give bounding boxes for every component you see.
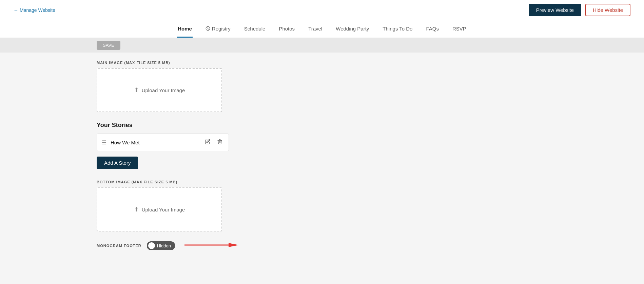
toggle-hidden-label: Hidden [157, 243, 171, 248]
monogram-footer-label: MONOGRAM FOOTER [97, 244, 141, 248]
monogram-footer-section: MONOGRAM FOOTER Hidden [97, 241, 310, 250]
tab-things-to-do[interactable]: Things To Do [382, 20, 413, 38]
tab-faqs[interactable]: FAQs [425, 20, 440, 38]
svg-marker-3 [229, 243, 239, 247]
tab-home[interactable]: Home [177, 20, 193, 38]
story-item: ☰ How We Met [97, 134, 229, 151]
hide-website-button[interactable]: Hide Website [585, 4, 630, 16]
upload-box-inner: ⬆ Upload Your Image [134, 86, 185, 94]
delete-story-button[interactable] [216, 138, 224, 147]
preview-website-button[interactable]: Preview Website [529, 4, 581, 16]
edit-story-button[interactable] [203, 138, 212, 147]
monogram-toggle[interactable]: Hidden [147, 241, 175, 250]
manage-website-link[interactable]: Manage Website [14, 7, 55, 13]
stories-title: Your Stories [97, 122, 310, 129]
add-story-button[interactable]: Add A Story [97, 157, 138, 169]
nav-tabs: Home Registry Schedule Photos Travel Wed… [0, 20, 644, 38]
subnav: SAVE [0, 38, 644, 53]
save-button[interactable]: SAVE [97, 41, 120, 50]
story-name: How We Met [111, 140, 140, 145]
bottom-upload-icon: ⬆ [134, 206, 139, 213]
tab-schedule[interactable]: Schedule [243, 20, 266, 38]
bottom-image-label: BOTTOM IMAGE (max file size 5 MB) [97, 180, 310, 184]
tab-photos[interactable]: Photos [278, 20, 295, 38]
drag-handle-icon[interactable]: ☰ [102, 139, 106, 146]
story-left: ☰ How We Met [102, 139, 140, 146]
main-image-upload-box[interactable]: ⬆ Upload Your Image [97, 68, 222, 112]
tab-wedding-party[interactable]: Wedding Party [335, 20, 370, 38]
bottom-image-section: BOTTOM IMAGE (max file size 5 MB) ⬆ Uplo… [97, 180, 310, 231]
stories-section: Your Stories ☰ How We Met Add A Story [97, 122, 310, 180]
bottom-image-upload-text: Upload Your Image [142, 207, 185, 212]
tab-travel[interactable]: Travel [308, 20, 323, 38]
bottom-image-upload-box[interactable]: ⬆ Upload Your Image [97, 187, 222, 231]
upload-icon: ⬆ [134, 86, 139, 94]
tab-registry[interactable]: Registry [205, 20, 231, 38]
registry-icon [206, 26, 210, 31]
main-image-label: MAIN IMAGE (max file size 5 MB) [97, 61, 310, 65]
tab-rsvp[interactable]: RSVP [452, 20, 467, 38]
main-image-section: MAIN IMAGE (max file size 5 MB) ⬆ Upload… [97, 61, 310, 112]
svg-line-1 [207, 27, 209, 30]
red-arrow-annotation [184, 241, 239, 250]
topbar: Manage Website Preview Website Hide Webs… [0, 0, 644, 20]
story-actions [203, 138, 224, 147]
bottom-upload-box-inner: ⬆ Upload Your Image [134, 206, 185, 213]
main-image-upload-text: Upload Your Image [142, 87, 185, 93]
toggle-knob [148, 242, 155, 249]
topbar-actions: Preview Website Hide Website [529, 4, 630, 16]
main-content: MAIN IMAGE (max file size 5 MB) ⬆ Upload… [0, 53, 407, 259]
